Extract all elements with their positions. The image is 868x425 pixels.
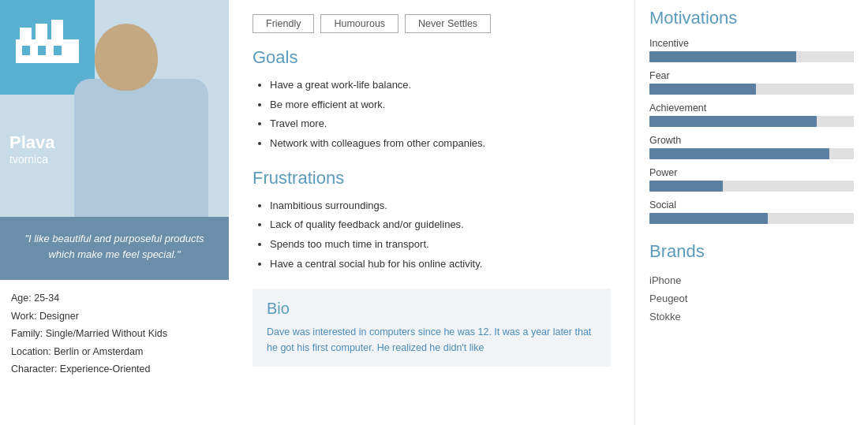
motivation-growth: Growth [649, 135, 854, 159]
profile-details: Age: 25-34 Work: Designer Family: Single… [0, 280, 229, 388]
svg-rect-2 [36, 24, 47, 43]
goal-item: Be more efficient at work. [270, 95, 611, 115]
frustration-item: Have a central social hub for his online… [270, 255, 611, 274]
svg-rect-1 [20, 28, 32, 43]
frustrations-list: Inambitious surroundings. Lack of qualit… [253, 196, 611, 274]
bar-track-power [649, 181, 854, 192]
head [95, 24, 158, 91]
profile-photo: Plava tvornica [0, 0, 229, 217]
brands-section: Brands iPhone Peugeot Stokke [649, 241, 854, 326]
bar-fill-social [649, 213, 768, 224]
motivation-fear: Fear [649, 70, 854, 95]
motivation-label-growth: Growth [649, 135, 854, 146]
bio-text: Dave was interested in computers since h… [267, 324, 597, 356]
svg-rect-6 [54, 46, 62, 55]
bar-fill-power [649, 181, 723, 192]
motivations-title: Motivations [649, 8, 854, 28]
frustration-item: Spends too much time in transport. [270, 235, 611, 255]
bar-track-achievement [649, 116, 854, 127]
bar-fill-incentive [649, 51, 796, 62]
family-field: Family: Single/Married Without Kids [11, 325, 218, 343]
work-field: Work: Designer [11, 308, 218, 326]
goal-item: Network with colleagues from other compa… [270, 134, 611, 154]
frustration-item: Lack of quality feedback and/or guidelin… [270, 215, 611, 235]
bio-section: Bio Dave was interested in computers sin… [253, 289, 611, 367]
svg-rect-4 [22, 46, 30, 55]
bar-fill-fear [649, 84, 756, 95]
quote-box: "I like beautiful and purposeful product… [0, 217, 229, 280]
tag-never-settles: Never Settles [405, 14, 491, 33]
bar-track-social [649, 213, 854, 224]
motivation-power: Power [649, 167, 854, 192]
motivation-social: Social [649, 199, 854, 224]
left-panel: Plava tvornica "I like beautiful and pur… [0, 0, 229, 425]
brands-title: Brands [649, 241, 854, 262]
character-field: Character: Experience-Oriented [11, 360, 218, 378]
bar-track-fear [649, 84, 854, 95]
brand-peugeot: Peugeot [649, 289, 854, 308]
goals-title: Goals [253, 47, 611, 68]
goal-item: Travel more. [270, 114, 611, 134]
goal-item: Have a great work-life balance. [270, 76, 611, 95]
location-field: Location: Berlin or Amsterdam [11, 343, 218, 361]
bar-track-growth [649, 148, 854, 159]
motivation-achievement: Achievement [649, 103, 854, 127]
bar-fill-growth [649, 148, 829, 159]
brand-stokke: Stokke [649, 308, 854, 326]
tags-row: Friendly Humourous Never Settles [253, 14, 611, 33]
motivation-label-power: Power [649, 167, 854, 178]
svg-rect-5 [38, 46, 46, 55]
tag-friendly: Friendly [253, 14, 314, 33]
company-label: Plava tvornica [9, 132, 55, 166]
frustration-item: Inambitious surroundings. [270, 196, 611, 216]
factory-icon [16, 16, 79, 63]
motivation-label-social: Social [649, 199, 854, 211]
brand-iphone: iPhone [649, 271, 854, 289]
tag-humourous: Humourous [320, 14, 398, 33]
motivation-label-fear: Fear [649, 70, 854, 81]
motivation-incentive: Incentive [649, 38, 854, 62]
center-panel: Friendly Humourous Never Settles Goals H… [229, 0, 635, 425]
motivation-label-achievement: Achievement [649, 103, 854, 114]
frustrations-title: Frustrations [253, 168, 611, 188]
svg-rect-3 [51, 20, 63, 43]
shirt [74, 79, 208, 217]
bio-title: Bio [267, 300, 597, 318]
age-field: Age: 25-34 [11, 289, 218, 308]
quote-text: "I like beautiful and purposeful product… [24, 233, 204, 260]
bar-fill-achievement [649, 116, 817, 127]
frustrations-section: Frustrations Inambitious surroundings. L… [253, 168, 611, 274]
bar-track-incentive [649, 51, 854, 62]
motivation-label-incentive: Incentive [649, 38, 854, 49]
right-panel: Motivations Incentive Fear Achievement G… [635, 0, 868, 425]
goals-list: Have a great work-life balance. Be more … [253, 76, 611, 154]
